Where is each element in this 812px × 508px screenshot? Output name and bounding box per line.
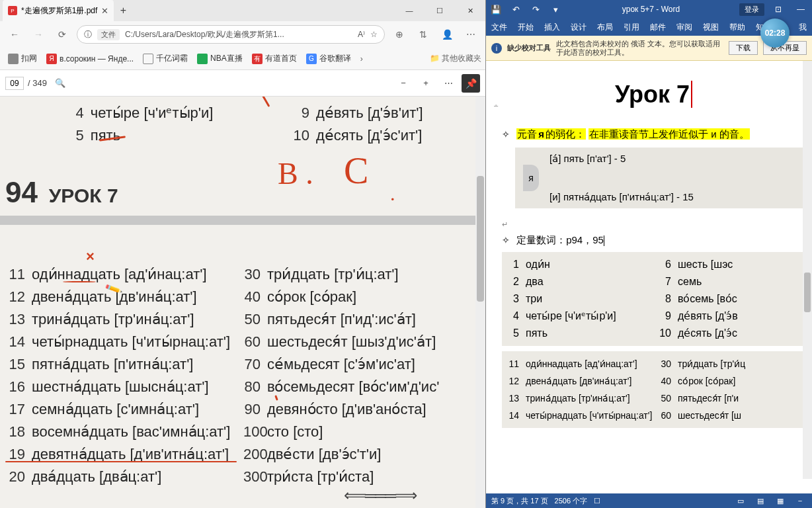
zoom-in-icon[interactable]: +	[417, 74, 435, 93]
back-button[interactable]: ←	[5, 25, 24, 44]
url-scheme: 文件	[97, 29, 120, 40]
paragraph-mark: ↵	[502, 220, 805, 229]
bookmarks-overflow[interactable]: ›	[356, 54, 367, 64]
more-icon[interactable]: ⋯	[439, 74, 458, 93]
scrollbar-thumb[interactable]	[477, 176, 484, 302]
bookmark-icon	[143, 54, 153, 64]
bookmark-icon: Я	[46, 54, 57, 64]
print-layout-icon[interactable]: ▤	[754, 497, 767, 505]
sync-icon[interactable]: ⇅	[414, 25, 432, 44]
search-icon[interactable]: 🔍	[51, 74, 69, 93]
minimize-button[interactable]: —	[394, 0, 425, 21]
handwriting-annotation: .	[390, 183, 395, 205]
tab-review[interactable]: 审阅	[671, 19, 698, 36]
undo-icon[interactable]: ↶	[508, 5, 523, 15]
double-arrow-icon: ⟸═══⟹	[344, 486, 416, 505]
handwriting-annotation: В .	[278, 156, 313, 191]
bookmark-item[interactable]: 千亿词霸	[139, 51, 192, 66]
ribbon-options-icon[interactable]: ⊡	[770, 5, 787, 14]
tab-view[interactable]: 视图	[698, 19, 724, 36]
page-indicator[interactable]: 第 9 页，共 17 页	[491, 496, 548, 506]
redo-icon[interactable]: ↷	[528, 5, 543, 15]
scrollbar-vertical[interactable]	[803, 61, 812, 479]
info-icon: ⓘ	[84, 29, 92, 40]
handwriting-annotation: С	[344, 149, 368, 192]
tab-references[interactable]: 引用	[618, 19, 645, 36]
tab-design[interactable]: 设计	[565, 19, 592, 36]
scrollbar-vertical[interactable]	[475, 97, 485, 508]
bookmark-item[interactable]: NBA直播	[193, 51, 247, 66]
tab-home[interactable]: 开始	[512, 19, 539, 36]
close-window-button[interactable]: ✕	[455, 0, 485, 21]
paragraph-mark	[604, 235, 604, 246]
maximize-button[interactable]: ☐	[425, 0, 455, 21]
heading-1: Урок 7	[502, 81, 805, 108]
bookmark-item[interactable]: G谷歌翻译	[302, 51, 355, 66]
annotation-underline	[5, 461, 237, 462]
language-icon[interactable]: ☐	[594, 497, 600, 505]
zoom-out-icon[interactable]: −	[394, 74, 413, 93]
word-count[interactable]: 2506 个字	[555, 496, 588, 506]
bookmark-icon	[197, 54, 208, 64]
anchor-icon: ⫠	[493, 101, 500, 108]
address-bar[interactable]: ⓘ 文件 C:/Users/Lara/Desktop/欧风/走遍俄罗斯第1...…	[77, 25, 385, 44]
url-path: C:/Users/Lara/Desktop/欧风/走遍俄罗斯第1...	[125, 29, 284, 40]
word-window: 💾 ↶ ↷ ▾ урок 5+7 - Word 登录 ⊡ — 文件 开始 插入 …	[486, 0, 812, 508]
message-desc: 此文档包含尚未校对的 俄语 文本。您可以获取适用于此语言的校对工具。	[556, 40, 723, 57]
refresh-button[interactable]: ⟳	[53, 25, 71, 44]
pdf-page: 4четы́ре [ч'иᵉты́р'и] 5пять 9де́вять [д'…	[0, 97, 485, 216]
pin-icon[interactable]: 📌	[462, 74, 480, 93]
close-tab-icon[interactable]: ✕	[101, 6, 108, 16]
embedded-image: [а́] пять [п'ат'] - 5 я [и] пятна́дцать …	[515, 148, 805, 208]
other-bookmarks-folder[interactable]: 📁 其他收藏夹	[430, 53, 481, 64]
login-button[interactable]: 登录	[739, 3, 764, 16]
message-title: 缺少校对工具	[507, 43, 551, 53]
browser-tab[interactable]: P *走遍俄罗斯第1册.pdf ✕	[3, 0, 114, 21]
tab-help[interactable]: 帮助	[724, 19, 751, 36]
favorite-icon[interactable]: ☆	[370, 30, 378, 39]
bookmark-icon: 有	[252, 54, 263, 64]
tab-file[interactable]: 文件	[486, 19, 512, 36]
web-layout-icon[interactable]: ▦	[774, 497, 787, 505]
document-title: урок 5+7 - Word	[568, 5, 734, 14]
tab-layout[interactable]: 布局	[592, 19, 618, 36]
bookmark-item[interactable]: 扣网	[4, 51, 41, 66]
collections-icon[interactable]: ⊕	[390, 25, 409, 44]
annotation-x: ×	[86, 248, 95, 265]
qat-more-icon[interactable]: ▾	[548, 5, 563, 15]
titlebar: P *走遍俄罗斯第1册.pdf ✕ + — ☐ ✕	[0, 0, 485, 21]
embedded-image: 1оди́н6шесть [шэс 2два7семь 3три8во́семь…	[502, 252, 805, 346]
tab-insert[interactable]: 插入	[539, 19, 565, 36]
forward-button[interactable]: →	[29, 25, 48, 44]
page-total: / 349	[28, 78, 47, 88]
pdf-page: × ✏️ 11оди́ннадцать [ад'и́нац:ат'] 12две…	[0, 225, 485, 508]
new-tab-button[interactable]: +	[114, 0, 132, 21]
save-icon[interactable]: 💾	[489, 5, 503, 15]
diamond-bullet-icon: ✧	[502, 129, 510, 140]
word-titlebar: 💾 ↶ ↷ ▾ урок 5+7 - Word 登录 ⊡ —	[486, 0, 812, 19]
read-aloud-icon[interactable]: A⁾	[358, 30, 365, 39]
menu-icon[interactable]: ⋯	[462, 25, 480, 44]
bullet-paragraph: ✧ 定量数词：p94，95	[502, 234, 805, 247]
recording-timer-overlay: 02:28	[760, 19, 790, 48]
tab-share[interactable]: 我	[793, 19, 812, 36]
download-button[interactable]: 下载	[729, 41, 758, 55]
zoom-out-icon[interactable]: −	[793, 497, 807, 505]
status-bar: 第 9 页，共 17 页 2506 个字 ☐ ▭ ▤ ▦ −	[486, 493, 812, 508]
edge-browser: P *走遍俄罗斯第1册.pdf ✕ + — ☐ ✕ ← → ⟳ ⓘ 文件 C:/…	[0, 0, 486, 508]
read-mode-icon[interactable]: ▭	[734, 497, 747, 505]
bookmark-item[interactable]: Яв.сорокин — Янде...	[42, 52, 138, 66]
pdf-viewport[interactable]: 4четы́ре [ч'иᵉты́р'и] 5пять 9де́вять [д'…	[0, 97, 485, 508]
bullet-paragraph: ✧ 元音я的弱化： 在非重读音节上发作近似于 и 的音。	[502, 128, 805, 141]
tab-mailings[interactable]: 邮件	[645, 19, 671, 36]
document-body[interactable]: ⫠ Урок 7 ✧ 元音я的弱化： 在非重读音节上发作近似于 и 的音。 [а…	[486, 61, 812, 493]
info-icon: i	[491, 43, 502, 54]
embedded-image: 11оди́ннадцать [ад'и́нац:ат']30три́дцать…	[502, 351, 805, 428]
bookmarks-bar: 扣网 Яв.сорокин — Янде... 千亿词霸 NBA直播 有有道首页…	[0, 48, 485, 70]
profile-icon[interactable]: 👤	[438, 25, 456, 44]
page-input[interactable]	[5, 77, 24, 90]
scrollbar-thumb[interactable]	[804, 273, 811, 312]
minimize-button[interactable]: —	[792, 5, 809, 14]
diamond-bullet-icon: ✧	[502, 235, 510, 245]
bookmark-item[interactable]: 有有道首页	[248, 51, 301, 66]
